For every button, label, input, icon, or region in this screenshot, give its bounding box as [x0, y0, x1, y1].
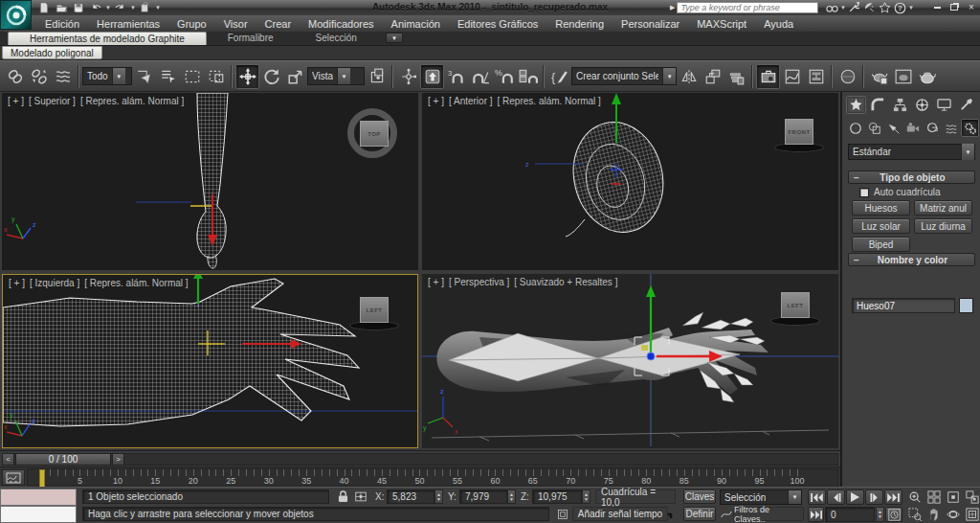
- subscription-wrench-icon[interactable]: [847, 2, 861, 14]
- zoom-extents-all-icon[interactable]: [963, 489, 980, 505]
- search-caret-icon[interactable]: ▼: [840, 5, 846, 11]
- angle-snap-icon[interactable]: [468, 64, 492, 89]
- new-scene-icon[interactable]: [36, 2, 52, 14]
- dropdown-arrow-icon[interactable]: ▼: [112, 68, 125, 84]
- track-bar-ruler[interactable]: 0510152025303540455055606570758085909510…: [27, 468, 838, 487]
- mirror-icon[interactable]: [677, 64, 701, 89]
- tab-hierarchy-icon[interactable]: [890, 96, 910, 114]
- menu-item-7[interactable]: Editores Gráficos: [449, 18, 546, 30]
- next-frame-icon[interactable]: [865, 489, 883, 505]
- collapse-icon[interactable]: −: [854, 255, 859, 265]
- y-spinner[interactable]: ▲▼: [507, 489, 516, 504]
- x-spinner[interactable]: ▲▼: [434, 489, 443, 504]
- maxscript-mini-listener-pink[interactable]: [0, 489, 77, 506]
- reference-coordinate-dropdown[interactable]: Vista▼: [307, 67, 365, 85]
- ribbon-tab-freeform[interactable]: Formalibre: [207, 32, 295, 45]
- current-frame-marker[interactable]: [39, 469, 45, 488]
- time-configuration-icon[interactable]: [885, 507, 902, 522]
- key-filters-button[interactable]: Filtros de Claves..: [733, 507, 804, 521]
- rollout-name-color[interactable]: −Nombre y color: [848, 253, 975, 266]
- zoom-extents-icon[interactable]: [944, 489, 962, 505]
- menu-item-11[interactable]: Ayuda: [755, 18, 802, 30]
- isolate-selection-icon[interactable]: [555, 507, 569, 521]
- viewcube-front[interactable]: FRONT: [785, 119, 813, 145]
- close-button[interactable]: ×: [965, 2, 978, 13]
- open-file-icon[interactable]: [54, 2, 69, 14]
- viewcube-left[interactable]: LEFT: [781, 292, 810, 318]
- z-spinner[interactable]: ▲▼: [582, 489, 590, 504]
- viewport-menu-plus[interactable]: [ + ]: [8, 96, 24, 106]
- render-setup-icon[interactable]: [867, 64, 891, 89]
- add-time-tag-button[interactable]: Añadir señal tiempo: [572, 507, 668, 521]
- menu-item-4[interactable]: Crear: [256, 18, 301, 30]
- viewport-menu-plus[interactable]: [ + ]: [9, 278, 25, 288]
- tab-display-icon[interactable]: [934, 96, 954, 114]
- viewport-shading[interactable]: [ Suavizado + Resaltes ]: [514, 277, 617, 287]
- rollout-object-type[interactable]: −Tipo de objeto: [848, 171, 975, 184]
- previous-frame-icon[interactable]: [827, 489, 845, 505]
- menu-item-3[interactable]: Visor: [215, 18, 256, 30]
- mini-curve-editor-icon[interactable]: [2, 469, 25, 486]
- viewport-name[interactable]: [ Izquierda ]: [30, 278, 79, 288]
- play-animation-icon[interactable]: [846, 489, 864, 505]
- lights-icon[interactable]: [884, 119, 902, 137]
- save-icon[interactable]: [71, 2, 86, 14]
- define-button[interactable]: Definir: [683, 507, 716, 521]
- menu-item-0[interactable]: Edición: [36, 18, 88, 30]
- menu-item-1[interactable]: Herramientas: [88, 18, 168, 30]
- helpers-icon[interactable]: [923, 119, 941, 137]
- object-button-huesos[interactable]: Huesos: [852, 200, 910, 216]
- viewport-name[interactable]: [ Superior ]: [29, 96, 76, 106]
- keys-button[interactable]: Claves: [683, 489, 716, 504]
- selection-lock-icon[interactable]: [335, 489, 350, 504]
- viewport-top-label[interactable]: [ + ][ Superior ][ Repres. alám. Normal …: [8, 96, 189, 106]
- menu-item-5[interactable]: Modificadores: [300, 18, 382, 30]
- tab-modify-icon[interactable]: [868, 96, 888, 114]
- bind-to-spacewarp-icon[interactable]: [51, 64, 75, 89]
- go-to-end-icon[interactable]: [884, 489, 902, 505]
- systems-icon[interactable]: [961, 119, 979, 137]
- ribbon-tab-selection[interactable]: Selección: [295, 32, 378, 45]
- viewport-left-active[interactable]: [ + ][ Izquierda ][ Repres. alám. Normal…: [2, 274, 418, 448]
- pan-hand-icon[interactable]: [924, 507, 943, 522]
- zoom-all-icon[interactable]: [924, 489, 943, 505]
- geometry-icon[interactable]: [846, 119, 864, 137]
- space-warps-icon[interactable]: [942, 119, 960, 137]
- window-crossing-icon[interactable]: [204, 64, 228, 89]
- key-selection-dropdown[interactable]: Selección▼: [720, 489, 802, 505]
- orbit-icon[interactable]: [944, 507, 962, 522]
- render-production-icon[interactable]: [915, 64, 939, 89]
- z-coordinate-field[interactable]: 10,975: [532, 489, 582, 504]
- ribbon-tab-graphite[interactable]: Herramientas de modelado Graphite: [8, 32, 207, 45]
- time-slider-handle[interactable]: 0 / 100: [15, 453, 111, 466]
- polygon-modeling-panel-button[interactable]: Modelado poligonal: [2, 46, 102, 59]
- viewport-shading[interactable]: [ Repres. alám. Normal ]: [84, 278, 188, 288]
- viewport-perspective-label[interactable]: [ + ][ Perspectiva ][ Suavizado + Resalt…: [428, 277, 622, 287]
- x-coordinate-field[interactable]: 5,823: [387, 489, 434, 504]
- snap-toggle-3d-icon[interactable]: 3: [444, 64, 468, 89]
- percent-snap-icon[interactable]: %: [492, 64, 516, 89]
- menu-item-9[interactable]: Personalizar: [612, 18, 688, 30]
- unlink-selection-icon[interactable]: [27, 64, 51, 89]
- minimize-button[interactable]: [930, 2, 944, 13]
- viewport-menu-plus[interactable]: [ + ]: [428, 96, 444, 106]
- autogrid-checkbox[interactable]: [859, 188, 869, 197]
- viewport-name[interactable]: [ Anterior ]: [449, 96, 493, 106]
- edit-named-selections-icon[interactable]: {: [547, 64, 571, 89]
- viewport-name[interactable]: [ Perspectiva ]: [449, 277, 509, 287]
- search-expand-icon[interactable]: ▶: [670, 4, 675, 11]
- viewport-top[interactable]: [ + ][ Superior ][ Repres. alám. Normal …: [2, 93, 418, 270]
- align-icon[interactable]: [701, 64, 724, 89]
- redo-icon[interactable]: [113, 2, 128, 14]
- application-menu-button[interactable]: [0, 0, 32, 30]
- menu-item-8[interactable]: Rendering: [546, 18, 612, 30]
- restore-button[interactable]: [947, 2, 961, 13]
- use-pivot-center-icon[interactable]: [365, 64, 389, 89]
- key-filters-curve-icon[interactable]: [720, 507, 733, 521]
- viewport-shading[interactable]: [ Repres. alám. Normal ]: [80, 96, 184, 106]
- undo-caret-icon[interactable]: ▼: [105, 5, 111, 11]
- tab-motion-icon[interactable]: [912, 96, 932, 114]
- select-and-rotate-icon[interactable]: [259, 64, 283, 89]
- favorites-star-icon[interactable]: [878, 2, 892, 14]
- help-caret-icon[interactable]: ▼: [908, 5, 914, 11]
